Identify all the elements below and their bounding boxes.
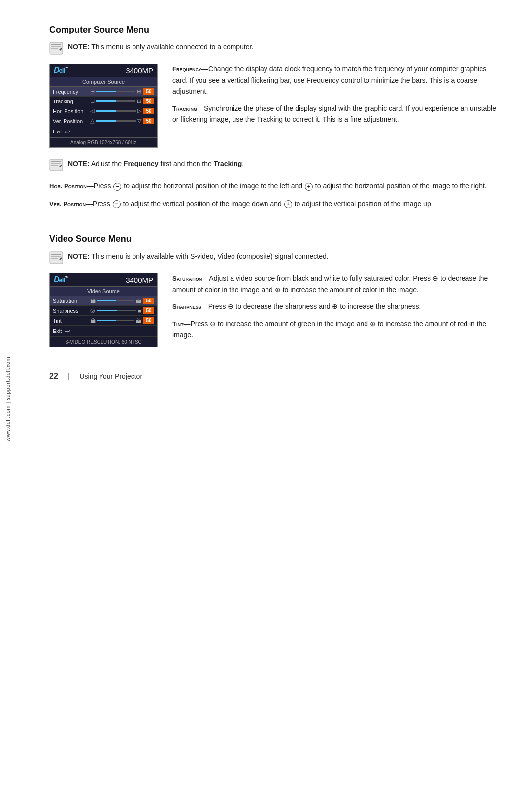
menu-header: Dell™ 3400MP — [50, 64, 157, 77]
computer-source-menu: Dell™ 3400MP Computer Source Frequency ⊟… — [49, 64, 158, 148]
note2-text: Adjust the Frequency first and then the … — [91, 160, 244, 167]
page-footer: 22 | Using Your Projector — [49, 372, 502, 381]
menu-model: 3400MP — [126, 66, 153, 75]
note2-icon — [49, 159, 63, 171]
computer-source-title: Computer Source Menu — [49, 25, 502, 35]
hor-position-body: Hor. Position—Press − to adjust the hori… — [49, 180, 502, 192]
menu-row-ver-position: Ver. Position △ ▽ 50 — [50, 116, 157, 126]
note1-text: This menu is only available connected to… — [91, 43, 253, 51]
saturation-desc: —Adjust a video source from black and wh… — [172, 274, 488, 294]
menu-row-hor-position: Hor. Position ◁ ▷ 50 — [50, 106, 157, 116]
menu-row-saturation: Saturation 🏔 🏔 50 — [50, 296, 157, 306]
video-note-icon — [49, 251, 63, 264]
video-dell-logo: Dell™ — [54, 275, 68, 284]
menu-row-tint: Tint 🏔 🏔 50 — [50, 316, 157, 326]
video-source-note1: NOTE: This menu is only available with S… — [49, 251, 502, 264]
tracking-desc: —Synchronize the phase of the display si… — [172, 104, 496, 124]
computer-source-note2: NOTE: Adjust the Frequency first and the… — [49, 159, 502, 171]
video-source-title: Video Source Menu — [49, 234, 502, 244]
video-menu-model: 3400MP — [126, 276, 153, 284]
page-number: 22 — [49, 372, 58, 381]
footer-separator: | — [68, 372, 70, 380]
tint-desc: —Press ⊖ to increase the amount of green… — [172, 320, 486, 339]
saturation-term: Saturation — [172, 275, 202, 282]
dell-logo: Dell™ — [54, 66, 68, 75]
sharpness-term: Sharpness — [172, 303, 201, 310]
menu-exit: Exit ↩ — [50, 126, 157, 137]
video-menu-exit: Exit ↩ — [50, 326, 157, 337]
tint-term: Tint — [172, 320, 183, 328]
note2-label: NOTE: — [68, 160, 90, 167]
video-menu-footer: S-VIDEO RESOLUTION: 60 NTSC — [50, 337, 157, 347]
video-note1-label: NOTE: — [68, 252, 90, 260]
section-divider — [49, 222, 502, 222]
tracking-term: Tracking — [172, 105, 197, 112]
menu-subtitle: Computer Source — [50, 77, 157, 87]
video-source-description: Saturation—Adjust a video source from bl… — [172, 273, 502, 346]
menu-row-frequency: Frequency ⊟ ⊞ 50 — [50, 87, 157, 97]
video-menu-subtitle: Video Source — [50, 287, 157, 296]
video-menu-header: Dell™ 3400MP — [50, 273, 157, 287]
computer-source-description: Frequency—Change the display data clock … — [172, 64, 502, 131]
note1-label: NOTE: — [68, 43, 90, 51]
note-icon — [49, 42, 63, 55]
frequency-desc: —Change the display data clock frequency… — [172, 65, 486, 95]
sharpness-desc: —Press ⊖ to decrease the sharpness and ⊕… — [201, 302, 421, 310]
ver-position-body: Ver. Position—Press − to adjust the vert… — [49, 199, 502, 210]
video-source-layout: Dell™ 3400MP Video Source Saturation 🏔 🏔… — [49, 273, 502, 347]
frequency-term: Frequency — [172, 66, 201, 73]
menu-row-sharpness: Sharpness ◎ ■ 50 — [50, 306, 157, 316]
computer-source-layout: Dell™ 3400MP Computer Source Frequency ⊟… — [49, 64, 502, 148]
side-text: www.dell.com | support.dell.com — [0, 0, 16, 798]
footer-text: Using Your Projector — [79, 372, 142, 380]
video-source-menu: Dell™ 3400MP Video Source Saturation 🏔 🏔… — [49, 273, 158, 347]
computer-source-note1: NOTE: This menu is only available connec… — [49, 42, 502, 55]
menu-row-tracking: Tracking ⊟ ⊞ 50 — [50, 97, 157, 106]
menu-footer: Analog RGB 1024x768 / 60Hz — [50, 137, 157, 147]
video-note1-text: This menu is only available with S-video… — [91, 252, 328, 260]
